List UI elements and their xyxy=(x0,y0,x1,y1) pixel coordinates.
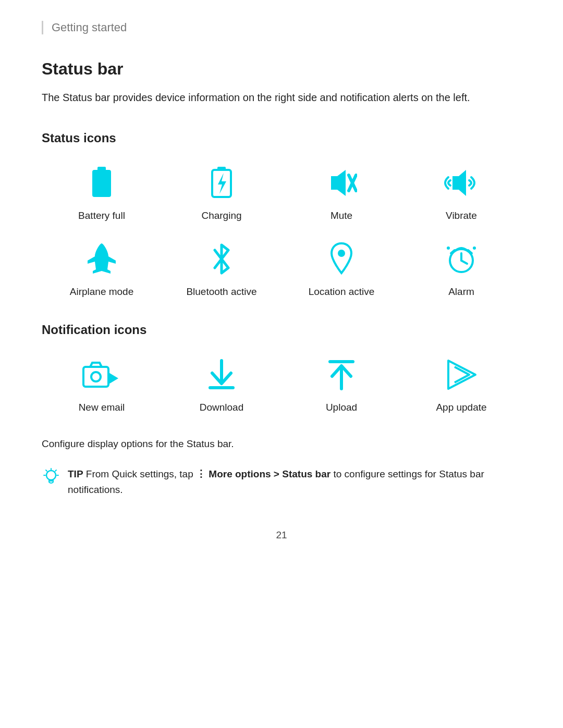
icon-mute: Mute xyxy=(282,162,401,221)
svg-marker-8 xyxy=(452,170,466,196)
location-label: Location active xyxy=(309,286,375,298)
mute-label: Mute xyxy=(331,210,352,221)
svg-rect-17 xyxy=(83,367,108,387)
upload-icon xyxy=(326,356,357,393)
battery-full-icon xyxy=(89,165,115,201)
breadcrumb: Getting started xyxy=(42,21,521,34)
download-label: Download xyxy=(200,402,244,413)
icon-new-email: New email xyxy=(42,354,162,413)
download-icon xyxy=(206,356,237,393)
three-dots-icon: ⋮ xyxy=(196,468,209,479)
mute-icon xyxy=(326,165,357,201)
upload-label: Upload xyxy=(326,402,357,413)
page-number: 21 xyxy=(42,529,521,541)
vibrate-label: Vibrate xyxy=(446,210,477,221)
svg-marker-19 xyxy=(108,372,118,385)
tip-lightbulb-icon xyxy=(42,467,60,488)
notification-icons-grid: New email Download Upload xyxy=(42,354,521,413)
icon-upload: Upload xyxy=(282,354,401,413)
page-title: Status bar xyxy=(42,59,521,79)
battery-full-label: Battery full xyxy=(78,210,125,221)
svg-rect-3 xyxy=(217,167,226,171)
icon-location: Location active xyxy=(282,238,401,298)
airplane-icon xyxy=(83,241,120,277)
svg-point-9 xyxy=(338,250,345,257)
intro-text: The Status bar provides device informati… xyxy=(42,89,521,106)
tip-box: TIP From Quick settings, tap ⋮ More opti… xyxy=(42,466,521,498)
location-icon xyxy=(328,241,354,277)
notification-icons-heading: Notification icons xyxy=(42,323,521,337)
new-email-label: New email xyxy=(79,402,125,413)
svg-line-30 xyxy=(55,470,56,471)
new-email-icon xyxy=(81,356,123,393)
alarm-label: Alarm xyxy=(448,286,474,298)
icon-battery-full: Battery full xyxy=(42,162,162,221)
vibrate-icon xyxy=(443,165,480,201)
icon-alarm: Alarm xyxy=(401,238,521,298)
svg-point-24 xyxy=(46,471,56,480)
tip-bold-text: More options > Status bar xyxy=(209,468,331,479)
tip-content: TIP From Quick settings, tap ⋮ More opti… xyxy=(68,466,521,498)
icon-charging: Charging xyxy=(162,162,282,221)
bluetooth-label: Bluetooth active xyxy=(186,286,256,298)
svg-line-12 xyxy=(461,261,467,264)
configure-text: Configure display options for the Status… xyxy=(42,438,521,450)
charging-icon xyxy=(209,165,235,201)
status-icons-heading: Status icons xyxy=(42,131,521,145)
svg-rect-0 xyxy=(92,170,111,197)
svg-point-18 xyxy=(91,372,101,381)
icon-vibrate: Vibrate xyxy=(401,162,521,221)
svg-line-29 xyxy=(46,470,47,471)
svg-point-15 xyxy=(447,246,450,250)
icon-app-update: App update xyxy=(401,354,521,413)
icon-bluetooth: Bluetooth active xyxy=(162,238,282,298)
icon-airplane: Airplane mode xyxy=(42,238,162,298)
svg-marker-4 xyxy=(218,173,226,194)
airplane-label: Airplane mode xyxy=(70,286,134,298)
svg-point-16 xyxy=(473,246,476,250)
svg-rect-1 xyxy=(97,167,106,171)
tip-text-part1: From Quick settings, tap xyxy=(83,468,196,479)
alarm-icon xyxy=(443,241,480,277)
app-update-label: App update xyxy=(436,402,486,413)
bluetooth-icon xyxy=(209,241,235,277)
status-icons-grid: Battery full Charging Mute xyxy=(42,162,521,298)
tip-label: TIP xyxy=(68,468,83,479)
icon-download: Download xyxy=(162,354,282,413)
svg-marker-5 xyxy=(331,170,346,196)
charging-label: Charging xyxy=(201,210,241,221)
app-update-icon xyxy=(443,356,480,393)
